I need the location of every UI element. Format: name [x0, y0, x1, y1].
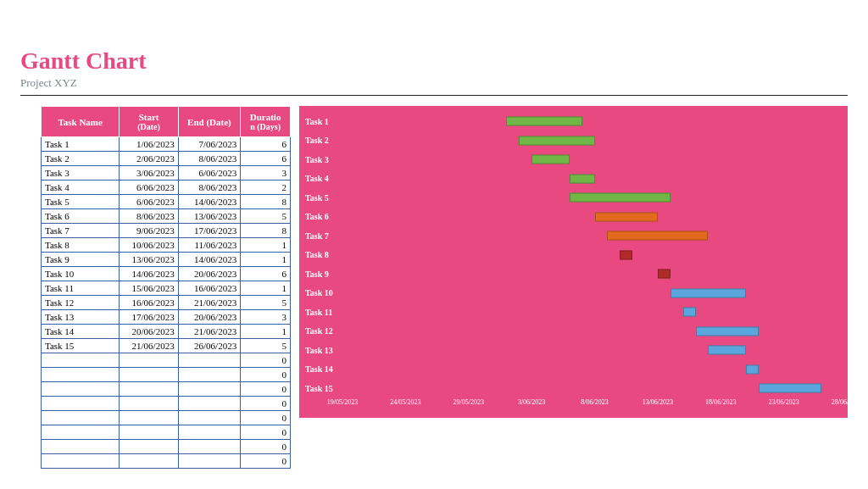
cell-start [120, 353, 178, 368]
cell-task-name: Task 2 [42, 152, 120, 166]
gantt-row-plot [342, 208, 847, 227]
table-row: Task 1216/06/202321/06/20235 [42, 296, 291, 310]
cell-duration: 5 [241, 209, 291, 224]
cell-task-name [42, 382, 120, 397]
cell-end [178, 353, 241, 368]
gantt-row-plot [342, 246, 847, 265]
gantt-row: Task 15 [300, 379, 847, 398]
col-end-label: End (Date) [187, 117, 231, 127]
table-row: Task 1115/06/202316/06/20231 [42, 281, 291, 296]
table-row: 0 [42, 353, 291, 368]
gantt-bar [570, 174, 595, 183]
cell-duration: 0 [241, 382, 291, 397]
gantt-row-label: Task 5 [300, 193, 342, 203]
col-task-name: Task Name [42, 107, 120, 137]
cell-end: 26/06/2023 [178, 339, 241, 353]
x-axis-tick: 19/05/2023 [327, 398, 358, 406]
cell-duration: 0 [241, 397, 291, 411]
cell-start [120, 454, 178, 469]
table-row: Task 46/06/20238/06/20232 [42, 181, 291, 195]
gantt-row: Task 8 [300, 246, 847, 265]
gantt-row-label: Task 15 [300, 384, 342, 393]
x-axis-tick: 3/06/2023 [518, 398, 545, 406]
cell-end: 21/06/2023 [178, 325, 241, 339]
table-row: Task 79/06/202317/06/20238 [42, 224, 291, 238]
cell-duration: 0 [241, 411, 291, 425]
cell-duration: 3 [241, 310, 291, 325]
table-row: Task 810/06/202311/06/20231 [42, 238, 291, 253]
cell-start [120, 397, 178, 411]
cell-task-name: Task 14 [42, 325, 120, 339]
gantt-chart: Task 1Task 2Task 3Task 4Task 5Task 6Task… [299, 106, 848, 418]
cell-start [120, 440, 178, 454]
cell-start: 20/06/2023 [120, 325, 178, 339]
x-axis-tick: 24/05/2023 [390, 398, 420, 406]
cell-start: 9/06/2023 [120, 224, 178, 238]
cell-start: 21/06/2023 [120, 339, 178, 353]
cell-start: 16/06/2023 [120, 296, 178, 310]
gantt-bar [658, 270, 670, 279]
gantt-row-label: Task 9 [300, 270, 342, 279]
cell-end [178, 454, 241, 469]
col-duration-label: Duratio [250, 112, 281, 122]
gantt-row-label: Task 2 [300, 136, 342, 145]
cell-task-name [42, 454, 120, 469]
cell-start: 14/06/2023 [120, 267, 178, 281]
cell-duration: 8 [241, 224, 291, 238]
cell-task-name: Task 4 [42, 181, 120, 195]
cell-task-name: Task 7 [42, 224, 120, 238]
col-start-label: Start [139, 112, 159, 122]
page-title: Gantt Chart [20, 47, 848, 75]
cell-duration: 0 [241, 353, 291, 368]
gantt-row-plot [342, 226, 847, 246]
gantt-row-label: Task 14 [300, 364, 342, 374]
gantt-bar [620, 250, 632, 259]
gantt-bar [570, 193, 670, 203]
cell-end: 20/06/2023 [178, 267, 241, 281]
gantt-row-plot [342, 322, 847, 342]
table-row: 0 [42, 454, 291, 469]
cell-start: 10/06/2023 [120, 238, 178, 253]
cell-task-name: Task 9 [42, 253, 120, 267]
cell-task-name [42, 368, 120, 382]
x-axis-tick: 8/06/2023 [581, 398, 608, 406]
cell-end [178, 440, 241, 454]
cell-task-name [42, 411, 120, 425]
cell-start: 6/06/2023 [120, 195, 178, 209]
gantt-row-plot [342, 379, 847, 398]
table-row: Task 1014/06/202320/06/20236 [42, 267, 291, 281]
cell-duration: 8 [241, 195, 291, 209]
cell-task-name: Task 6 [42, 209, 120, 224]
col-duration: Duration (Days) [241, 107, 291, 137]
gantt-bar [683, 308, 696, 317]
cell-duration: 0 [241, 425, 291, 440]
gantt-row-plot [342, 264, 847, 284]
table-row: Task 1420/06/202321/06/20231 [42, 325, 291, 339]
x-axis-tick: 23/06/2023 [768, 398, 798, 406]
cell-duration: 6 [241, 267, 291, 281]
cell-task-name: Task 13 [42, 310, 120, 325]
gantt-bar [696, 326, 759, 336]
gantt-row-plot [342, 284, 847, 303]
gantt-bar [759, 384, 821, 393]
gantt-row: Task 10 [300, 284, 847, 303]
cell-end [178, 382, 241, 397]
gantt-row: Task 14 [300, 360, 847, 380]
cell-duration: 5 [241, 339, 291, 353]
gantt-row-label: Task 6 [300, 212, 342, 221]
gantt-row: Task 1 [300, 112, 847, 131]
gantt-row-label: Task 12 [300, 326, 342, 336]
cell-task-name: Task 11 [42, 281, 120, 296]
gantt-row-label: Task 10 [300, 288, 342, 297]
cell-end [178, 368, 241, 382]
cell-task-name: Task 12 [42, 296, 120, 310]
project-subtitle: Project XYZ [20, 76, 848, 90]
cell-start [120, 368, 178, 382]
table-row: 0 [42, 368, 291, 382]
col-start: Start(Date) [120, 107, 178, 137]
cell-start: 17/06/2023 [120, 310, 178, 325]
gantt-row: Task 6 [300, 208, 847, 227]
cell-duration: 0 [241, 454, 291, 469]
table-row: 0 [42, 425, 291, 440]
gantt-row: Task 3 [300, 150, 847, 169]
